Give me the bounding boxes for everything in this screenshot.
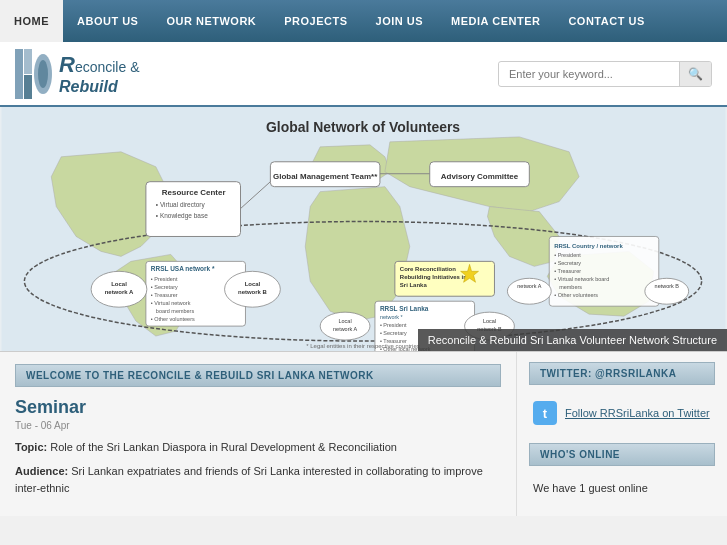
svg-text:Local: Local xyxy=(245,281,261,287)
svg-text:network *: network * xyxy=(380,314,404,320)
search-icon: 🔍 xyxy=(688,67,703,81)
svg-text:• Virtual network: • Virtual network xyxy=(151,300,191,306)
svg-text:* Legal entities in their resp: * Legal entities in their respective cou… xyxy=(306,343,419,349)
svg-point-41 xyxy=(645,278,689,304)
svg-text:Advisory Committee: Advisory Committee xyxy=(441,172,519,181)
svg-text:Local: Local xyxy=(111,281,127,287)
who-online-section: WHO'S ONLINE We have 1 guest online xyxy=(529,443,715,500)
topic-label: Topic: xyxy=(15,441,47,453)
svg-text:network B: network B xyxy=(655,283,680,289)
logo-map-icon xyxy=(15,49,53,99)
search-input[interactable] xyxy=(499,63,679,85)
svg-text:network A: network A xyxy=(517,283,541,289)
twitter-section: TWITTER: @RRSRILANKA t Follow RRSriLanka… xyxy=(529,362,715,431)
svg-text:• Knowledge base: • Knowledge base xyxy=(156,212,208,220)
logo-r: R xyxy=(59,52,75,78)
nav-network[interactable]: OUR NETWORK xyxy=(152,0,270,42)
site-header: R econcile & Rebuild 🔍 xyxy=(0,42,727,107)
svg-text:• Virtual network board: • Virtual network board xyxy=(554,276,609,282)
svg-text:Core Reconciliation: Core Reconciliation xyxy=(400,266,456,272)
svg-text:• President: • President xyxy=(380,322,407,328)
main-navigation: HOME ABOUT US OUR NETWORK PROJECTS JOIN … xyxy=(0,0,727,42)
hero-section: Resource Center • Virtual directory • Kn… xyxy=(0,107,727,352)
svg-rect-0 xyxy=(15,49,23,99)
seminar-date: Tue - 06 Apr xyxy=(15,420,501,431)
svg-text:• Other volunteers: • Other volunteers xyxy=(554,292,598,298)
audience-label: Audience: xyxy=(15,465,68,477)
svg-text:• Treasurer: • Treasurer xyxy=(554,268,581,274)
nav-media[interactable]: MEDIA CENTER xyxy=(437,0,554,42)
svg-text:RRSL USA network *: RRSL USA network * xyxy=(151,265,215,272)
svg-text:• Virtual directory: • Virtual directory xyxy=(156,201,206,209)
twitter-follow-link[interactable]: Follow RRSriLanka on Twitter xyxy=(565,407,710,419)
right-column: TWITTER: @RRSRILANKA t Follow RRSriLanka… xyxy=(517,352,727,516)
svg-text:members: members xyxy=(559,284,582,290)
svg-text:• Other volunteers: • Other volunteers xyxy=(151,316,195,322)
search-bar: 🔍 xyxy=(498,61,712,87)
search-button[interactable]: 🔍 xyxy=(679,62,711,86)
twitter-header: TWITTER: @RRSRILANKA xyxy=(529,362,715,385)
svg-text:network A: network A xyxy=(105,289,134,295)
logo-econcile: econcile & xyxy=(75,59,140,75)
seminar-audience: Sri Lankan expatriates and friends of Sr… xyxy=(15,465,483,495)
seminar-title: Seminar xyxy=(15,397,501,418)
logo-rebuild: Rebuild xyxy=(59,78,139,96)
svg-rect-1 xyxy=(24,49,32,74)
svg-text:Rebuilding Initiatives in: Rebuilding Initiatives in xyxy=(400,274,467,280)
svg-text:Resource Center: Resource Center xyxy=(162,188,226,197)
twitter-follow-row: t Follow RRSriLanka on Twitter xyxy=(529,395,715,431)
svg-text:Local: Local xyxy=(339,318,352,324)
svg-text:Global Management Team**: Global Management Team** xyxy=(273,172,378,181)
svg-text:board members: board members xyxy=(156,308,195,314)
nav-contact[interactable]: CONTACT US xyxy=(554,0,658,42)
svg-text:Sri Lanka: Sri Lanka xyxy=(400,282,428,288)
seminar-topic: Role of the Sri Lankan Diaspora in Rural… xyxy=(50,441,397,453)
svg-text:• Secretary: • Secretary xyxy=(554,260,581,266)
hero-caption: Reconcile & Rebuild Sri Lanka Volunteer … xyxy=(418,329,727,351)
main-content: WELCOME TO THE RECONCILE & REBUILD SRI L… xyxy=(0,352,727,516)
svg-text:RRSL Sri Lanka: RRSL Sri Lanka xyxy=(380,305,429,312)
svg-text:• President: • President xyxy=(151,276,178,282)
svg-text:• President: • President xyxy=(554,252,581,258)
nav-projects[interactable]: PROJECTS xyxy=(270,0,361,42)
who-online-header: WHO'S ONLINE xyxy=(529,443,715,466)
svg-text:network A: network A xyxy=(333,326,357,332)
welcome-header: WELCOME TO THE RECONCILE & REBUILD SRI L… xyxy=(15,364,501,387)
svg-text:Local: Local xyxy=(483,318,496,324)
svg-text:• Secretary: • Secretary xyxy=(151,284,178,290)
svg-text:• Treasurer: • Treasurer xyxy=(151,292,178,298)
svg-point-39 xyxy=(507,278,551,304)
svg-rect-2 xyxy=(24,75,32,99)
world-map-svg: Resource Center • Virtual directory • Kn… xyxy=(0,107,727,351)
nav-about[interactable]: ABOUT US xyxy=(63,0,152,42)
svg-point-4 xyxy=(38,60,48,88)
seminar-body: Topic: Role of the Sri Lankan Diaspora i… xyxy=(15,439,501,498)
logo: R econcile & Rebuild xyxy=(15,49,139,99)
who-online-status: We have 1 guest online xyxy=(529,476,715,500)
left-column: WELCOME TO THE RECONCILE & REBUILD SRI L… xyxy=(0,352,517,516)
nav-home[interactable]: HOME xyxy=(0,0,63,42)
nav-join[interactable]: JOIN US xyxy=(362,0,438,42)
svg-text:• Secretary: • Secretary xyxy=(380,330,407,336)
svg-text:Global Network of Volunteers: Global Network of Volunteers xyxy=(266,119,460,135)
twitter-icon: t xyxy=(533,401,557,425)
svg-text:RRSL Country / network: RRSL Country / network xyxy=(554,243,623,249)
svg-text:network B: network B xyxy=(238,289,268,295)
